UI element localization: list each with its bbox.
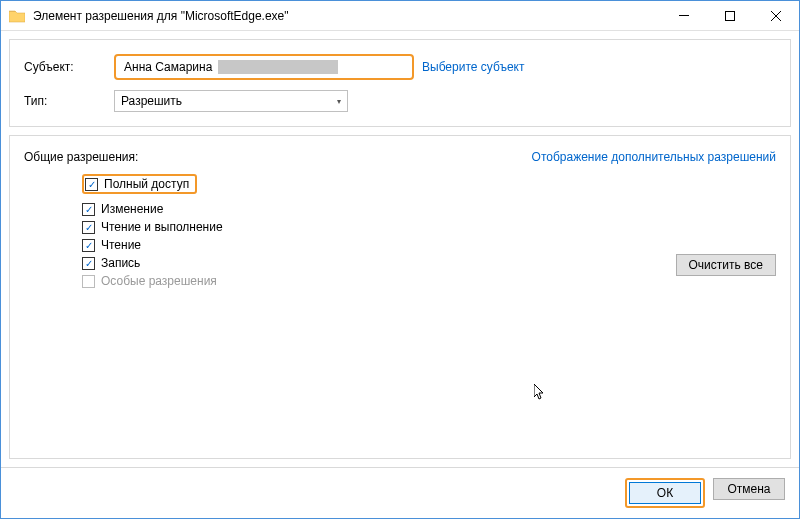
window-title: Элемент разрешения для "MicrosoftEdge.ex…: [33, 9, 661, 23]
checkbox-read-execute[interactable]: ✓: [82, 221, 95, 234]
checkbox-read[interactable]: ✓: [82, 239, 95, 252]
perm-special: Особые разрешения: [101, 274, 217, 288]
perm-modify: Изменение: [101, 202, 163, 216]
ok-button[interactable]: ОК: [629, 482, 701, 504]
subject-name: Анна Самарина: [124, 60, 212, 74]
checkbox-special: [82, 275, 95, 288]
checkbox-full-access[interactable]: ✓: [85, 178, 98, 191]
svg-rect-1: [726, 11, 735, 20]
perm-write: Запись: [101, 256, 140, 270]
clear-all-button[interactable]: Очистить все: [676, 254, 776, 276]
select-subject-link[interactable]: Выберите субъект: [422, 60, 524, 74]
permission-entry-dialog: Элемент разрешения для "MicrosoftEdge.ex…: [0, 0, 800, 519]
subject-value: Анна Самарина: [114, 54, 414, 80]
folder-icon: [9, 9, 25, 23]
type-select-value: Разрешить: [121, 94, 182, 108]
minimize-button[interactable]: [661, 1, 707, 30]
cursor-icon: [534, 384, 546, 402]
checkbox-write[interactable]: ✓: [82, 257, 95, 270]
show-advanced-permissions-link[interactable]: Отображение дополнительных разрешений: [532, 150, 776, 164]
checkbox-modify[interactable]: ✓: [82, 203, 95, 216]
principal-type-panel: Субъект: Анна Самарина Выберите субъект …: [9, 39, 791, 127]
perm-full-access: Полный доступ: [104, 177, 189, 191]
type-select[interactable]: Разрешить ▾: [114, 90, 348, 112]
svg-rect-0: [679, 15, 689, 16]
maximize-button[interactable]: [707, 1, 753, 30]
perm-read-execute: Чтение и выполнение: [101, 220, 223, 234]
close-button[interactable]: [753, 1, 799, 30]
dialog-footer: ОК Отмена: [1, 467, 799, 518]
subject-redacted: [218, 60, 338, 74]
permissions-panel: Общие разрешения: Отображение дополнител…: [9, 135, 791, 459]
cancel-button[interactable]: Отмена: [713, 478, 785, 500]
subject-label: Субъект:: [24, 60, 114, 74]
basic-permissions-label: Общие разрешения:: [24, 150, 138, 164]
type-label: Тип:: [24, 94, 114, 108]
chevron-down-icon: ▾: [337, 97, 341, 106]
perm-read: Чтение: [101, 238, 141, 252]
titlebar[interactable]: Элемент разрешения для "MicrosoftEdge.ex…: [1, 1, 799, 31]
